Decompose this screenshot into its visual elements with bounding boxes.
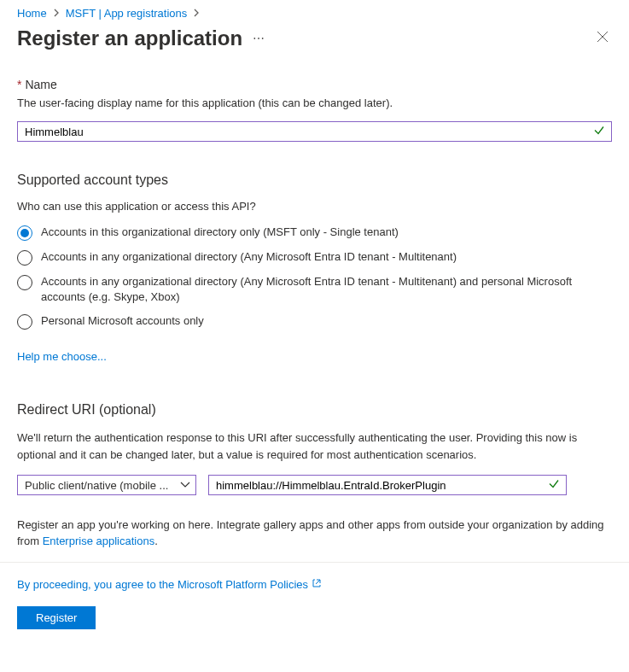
page-header: Register an application ⋯ — [0, 23, 629, 61]
redirect-uri-description: We'll return the authentication response… — [17, 429, 612, 463]
enterprise-apps-hint: Register an app you're working on here. … — [17, 517, 612, 550]
radio-label: Accounts in any organizational directory… — [41, 249, 457, 265]
account-type-multitenant-personal[interactable]: Accounts in any organizational directory… — [17, 274, 612, 305]
account-types-radio-group: Accounts in this organizational director… — [17, 225, 612, 330]
breadcrumb: Home MSFT | App registrations — [0, 0, 629, 23]
name-label: *Name — [17, 78, 612, 91]
radio-icon — [17, 275, 32, 290]
required-indicator: * — [17, 78, 21, 91]
radio-icon — [17, 225, 32, 241]
radio-icon — [17, 250, 32, 266]
redirect-uri-title: Redirect URI (optional) — [17, 402, 612, 418]
close-button[interactable] — [593, 27, 612, 50]
account-type-personal[interactable]: Personal Microsoft accounts only — [17, 313, 612, 330]
breadcrumb-home[interactable]: Home — [17, 7, 47, 20]
radio-label: Personal Microsoft accounts only — [41, 313, 204, 329]
radio-label: Accounts in this organizational director… — [41, 225, 399, 240]
name-description: The user-facing display name for this ap… — [17, 96, 612, 109]
chevron-down-icon — [180, 479, 190, 491]
page-title: Register an application — [17, 26, 242, 50]
enterprise-applications-link[interactable]: Enterprise applications — [43, 535, 155, 547]
radio-icon — [17, 314, 32, 330]
external-link-icon — [312, 578, 322, 591]
redirect-uri-input[interactable] — [208, 475, 567, 495]
register-button[interactable]: Register — [17, 606, 96, 629]
name-input[interactable] — [17, 121, 612, 142]
account-types-description: Who can use this application or access t… — [17, 200, 612, 213]
help-me-choose-link[interactable]: Help me choose... — [17, 350, 107, 363]
chevron-right-icon — [54, 9, 59, 19]
close-icon — [597, 31, 609, 43]
account-type-multitenant[interactable]: Accounts in any organizational directory… — [17, 249, 612, 266]
radio-label: Accounts in any organizational directory… — [41, 274, 612, 305]
more-options-icon[interactable]: ⋯ — [253, 32, 265, 45]
platform-policies-link[interactable]: By proceeding, you agree to the Microsof… — [17, 578, 322, 591]
account-type-single-tenant[interactable]: Accounts in this organizational director… — [17, 225, 612, 241]
platform-select[interactable]: Public client/native (mobile ... — [17, 475, 196, 495]
account-types-title: Supported account types — [17, 172, 612, 188]
platform-select-value: Public client/native (mobile ... — [25, 479, 175, 492]
breadcrumb-app-registrations[interactable]: MSFT | App registrations — [66, 7, 188, 20]
chevron-right-icon — [194, 9, 199, 19]
